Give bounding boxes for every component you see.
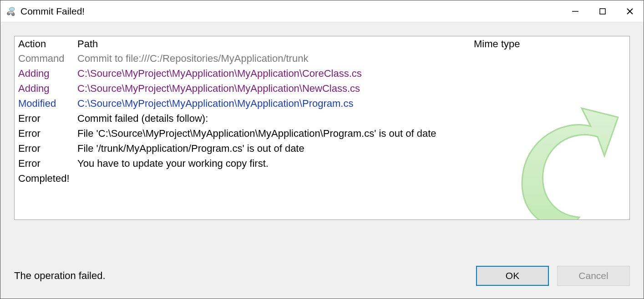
row-action: Adding [15, 81, 74, 96]
window-title: Commit Failed! [20, 6, 85, 17]
content-area: Action Path Mime type CommandCommit to f… [0, 22, 644, 257]
log-list[interactable]: Action Path Mime type CommandCommit to f… [14, 36, 630, 220]
row-action: Error [15, 126, 74, 141]
row-extra [529, 111, 629, 126]
column-path[interactable]: Path [74, 38, 470, 50]
list-header: Action Path Mime type [15, 36, 629, 51]
row-path [74, 171, 470, 186]
row-action: Modified [15, 96, 74, 111]
row-action: Error [15, 111, 74, 126]
row-mime [470, 66, 529, 81]
row-path: Commit failed (details follow): [74, 111, 470, 126]
row-action: Error [15, 156, 74, 171]
titlebar: Commit Failed! [0, 0, 644, 22]
close-button[interactable] [616, 0, 644, 22]
log-row[interactable]: ErrorFile 'C:\Source\MyProject\MyApplica… [15, 126, 629, 141]
log-row[interactable]: ErrorCommit failed (details follow): [15, 111, 629, 126]
row-mime [470, 171, 529, 186]
maximize-button[interactable] [589, 0, 616, 22]
row-action: Adding [15, 66, 74, 81]
row-mime [470, 126, 529, 141]
row-extra [529, 156, 629, 171]
row-mime [470, 81, 529, 96]
row-extra [529, 126, 629, 141]
row-path: C:\Source\MyProject\MyApplication\MyAppl… [74, 81, 470, 96]
svg-point-0 [10, 7, 15, 11]
row-mime [470, 141, 529, 156]
row-extra [529, 51, 629, 66]
log-row[interactable]: ErrorYou have to update your working cop… [15, 156, 629, 171]
row-path: C:\Source\MyProject\MyApplication\MyAppl… [74, 96, 470, 111]
dialog-window: Commit Failed! Action Path Mime type Com… [0, 0, 644, 299]
rows-container: CommandCommit to file:///C:/Repositories… [15, 51, 629, 186]
log-row[interactable]: ErrorFile '/trunk/MyApplication/Program.… [15, 141, 629, 156]
row-path: Commit to file:///C:/Repositories/MyAppl… [74, 51, 470, 66]
svg-rect-5 [600, 9, 605, 14]
svg-rect-3 [8, 11, 13, 14]
status-text: The operation failed. [14, 270, 106, 282]
ok-button[interactable]: OK [476, 266, 549, 286]
minimize-button[interactable] [562, 0, 589, 22]
row-mime [470, 96, 529, 111]
row-extra [529, 171, 629, 186]
row-path: You have to update your working copy fir… [74, 156, 470, 171]
log-row[interactable]: AddingC:\Source\MyProject\MyApplication\… [15, 66, 629, 81]
row-action: Command [15, 51, 74, 66]
row-path: C:\Source\MyProject\MyApplication\MyAppl… [74, 66, 470, 81]
column-extra [529, 38, 629, 50]
row-mime [470, 156, 529, 171]
column-mime[interactable]: Mime type [470, 38, 529, 50]
row-mime [470, 111, 529, 126]
column-action[interactable]: Action [15, 38, 74, 50]
row-path: File '/trunk/MyApplication/Program.cs' i… [74, 141, 470, 156]
row-action: Completed! [15, 171, 74, 186]
log-row[interactable]: CommandCommit to file:///C:/Repositories… [15, 51, 629, 66]
log-row[interactable]: Completed! [15, 171, 629, 186]
log-row[interactable]: AddingC:\Source\MyProject\MyApplication\… [15, 81, 629, 96]
row-extra [529, 66, 629, 81]
log-row[interactable]: ModifiedC:\Source\MyProject\MyApplicatio… [15, 96, 629, 111]
row-path: File 'C:\Source\MyProject\MyApplication\… [74, 126, 470, 141]
row-extra [529, 141, 629, 156]
cancel-button: Cancel [557, 266, 630, 286]
row-extra [529, 96, 629, 111]
row-mime [470, 51, 529, 66]
row-extra [529, 81, 629, 96]
app-icon [4, 5, 17, 18]
row-action: Error [15, 141, 74, 156]
footer: The operation failed. OK Cancel [0, 257, 644, 299]
window-controls [562, 0, 644, 22]
